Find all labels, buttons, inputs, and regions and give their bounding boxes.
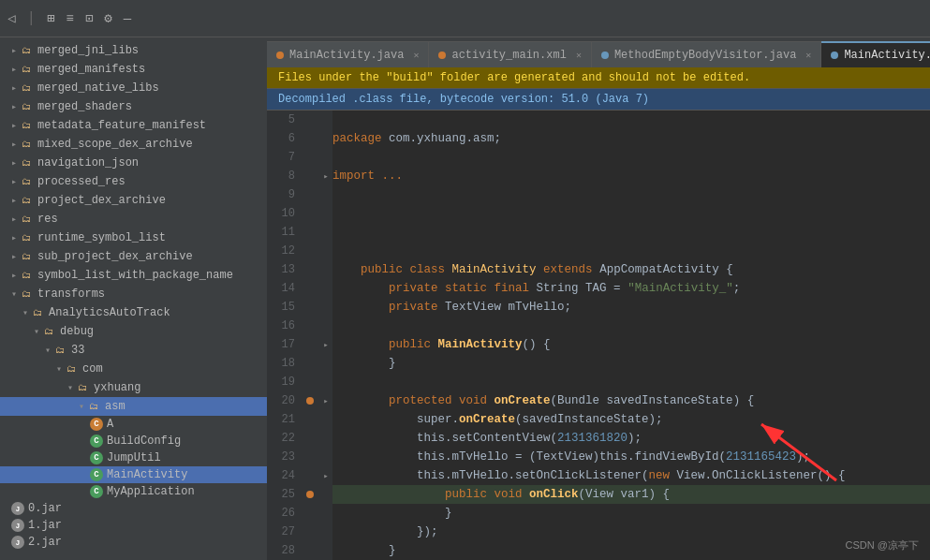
sidebar-item[interactable]: J0.jar	[0, 500, 267, 517]
editor-tab[interactable]: MainActivity.class✕	[821, 41, 930, 67]
sidebar-item[interactable]: ▾🗂AnalyticsAutoTrack	[0, 303, 267, 322]
tree-item-label: merged_native_libs	[37, 81, 159, 95]
folder-arrow: ▸	[11, 157, 17, 169]
folder-arrow: ▾	[79, 401, 84, 412]
sidebar-item[interactable]: CMyApplication	[0, 483, 267, 500]
code-line: this.setContentView(2131361820);	[332, 429, 930, 448]
code-line: this.mTvHello.setOnClickListener(new Vie…	[332, 466, 930, 485]
tree-item-label: 1.jar	[28, 519, 62, 532]
code-token: this.mTvHello.setOnClickListener(	[332, 466, 649, 485]
tree-item-label: 0.jar	[28, 502, 62, 515]
line-number: 22	[267, 429, 295, 448]
sidebar-item[interactable]: ▸🗂res	[0, 210, 267, 228]
breakpoint-marker[interactable]	[306, 397, 314, 405]
gutter-marker-row	[301, 185, 319, 204]
editor-tab[interactable]: MainActivity.java✕	[267, 41, 429, 67]
settings-icon[interactable]: ⚙	[104, 10, 111, 26]
folder-arrow: ▾	[45, 345, 51, 356]
code-token: onCreate	[459, 410, 515, 429]
sidebar-item[interactable]: ▸🗂runtime_symbol_list	[0, 228, 267, 247]
sidebar-item[interactable]: ▸🗂symbol_list_with_package_name	[0, 266, 267, 285]
tab-close-button[interactable]: ✕	[413, 50, 419, 61]
sidebar-item[interactable]: CA	[0, 416, 267, 433]
sidebar-item[interactable]: ▸🗂navigation_json	[0, 154, 267, 172]
layout-icon[interactable]: ≡	[66, 11, 73, 26]
folder-arrow: ▸	[11, 45, 17, 56]
editor-tab[interactable]: activity_main.xml✕	[429, 41, 591, 67]
view-icon[interactable]: ⊡	[85, 10, 93, 26]
folder-arrow: ▸	[11, 270, 17, 281]
sidebar-item[interactable]: CMainActivity	[0, 466, 267, 483]
sidebar-item[interactable]: ▸🗂metadata_feature_manifest	[0, 116, 267, 135]
decompile-info-banner: Decompiled .class file, bytecode version…	[267, 89, 930, 111]
tab-close-button[interactable]: ✕	[576, 50, 582, 61]
code-token: MainActivity	[452, 260, 537, 279]
tree-item-label: A	[107, 418, 113, 431]
gutter-marker-row	[301, 279, 319, 298]
sidebar-item[interactable]: CBuildConfig	[0, 433, 267, 449]
editor-area: MainActivity.java✕activity_main.xml✕Meth…	[267, 37, 930, 560]
folder-arrow: ▾	[34, 326, 39, 337]
menu-icon[interactable]: ⊞	[47, 10, 54, 26]
code-token: String TAG =	[529, 279, 627, 298]
tree-item-label: MyApplication	[107, 485, 195, 498]
code-line: private TextView mTvHello;	[332, 298, 930, 317]
line-number: 15	[267, 298, 295, 317]
tab-close-button[interactable]: ✕	[805, 50, 811, 61]
sidebar-item[interactable]: ▾🗂yxhuang	[0, 378, 267, 397]
sidebar-item[interactable]: ▾🗂asm	[0, 397, 267, 416]
sidebar-item[interactable]: ▸🗂project_dex_archive	[0, 191, 267, 210]
tab-label: activity_main.xml	[451, 49, 566, 62]
folder-arrow: ▸	[11, 64, 17, 75]
code-token	[431, 335, 438, 354]
fold-triangle-icon[interactable]: ▸	[323, 471, 328, 481]
gutter-marker-row	[301, 260, 319, 279]
folder-arrow: ▸	[11, 214, 17, 225]
sidebar-item[interactable]: ▸🗂processed_res	[0, 172, 267, 191]
class-badge: C	[90, 451, 103, 464]
breakpoint-marker[interactable]	[306, 491, 314, 498]
sidebar-item[interactable]: ▾🗂transforms	[0, 285, 267, 303]
code-token	[487, 279, 495, 298]
code-token: public	[389, 335, 431, 354]
editor-tab[interactable]: MethodEmptyBodyVisitor.java✕	[592, 41, 821, 67]
back-icon[interactable]: ◁	[7, 10, 15, 26]
code-token: () {	[523, 335, 551, 354]
tree-item-label: merged_manifests	[37, 63, 145, 76]
gutter-marker-row	[301, 148, 319, 167]
tree-item-label: metadata_feature_manifest	[37, 119, 206, 132]
gutter-marker-row	[301, 298, 319, 317]
code-token	[332, 260, 361, 279]
folder-icon: 🗂	[19, 43, 34, 58]
toolbar: ◁ | ⊞ ≡ ⊡ ⚙ —	[0, 0, 930, 37]
sidebar-item[interactable]: J1.jar	[0, 517, 267, 534]
gutter-marker-row	[301, 335, 319, 354]
sidebar-item[interactable]: ▾🗂com	[0, 360, 267, 378]
code-token	[452, 391, 460, 410]
sidebar-item[interactable]: ▸🗂merged_manifests	[0, 60, 267, 79]
sidebar-item[interactable]: CJumpUtil	[0, 449, 267, 466]
tab-type-dot	[276, 52, 284, 59]
fold-gutter-row: ▸	[319, 391, 332, 410]
gutter-marker-row	[301, 111, 319, 129]
code-line: }	[332, 504, 930, 523]
code-token: public	[445, 488, 487, 501]
tree-item-label: transforms	[37, 287, 105, 301]
code-token	[403, 260, 410, 279]
sidebar-item[interactable]: ▸🗂merged_native_libs	[0, 79, 267, 97]
sidebar-item[interactable]: J2.jar	[0, 534, 267, 551]
sidebar-item[interactable]: ▸🗂sub_project_dex_archive	[0, 247, 267, 266]
fold-triangle-icon[interactable]: ▸	[323, 340, 328, 350]
tabs-bar: MainActivity.java✕activity_main.xml✕Meth…	[267, 37, 930, 67]
code-token	[487, 488, 495, 501]
fold-triangle-icon[interactable]: ▸	[323, 171, 328, 182]
sidebar-item[interactable]: ▸🗂merged_shaders	[0, 97, 267, 116]
sidebar-item[interactable]: ▾🗂debug	[0, 322, 267, 341]
sidebar-item[interactable]: ▾🗂33	[0, 341, 267, 360]
sidebar-item[interactable]: ▸🗂merged_jni_libs	[0, 41, 267, 60]
minimize-icon[interactable]: —	[124, 11, 131, 26]
code-token: void	[459, 391, 487, 410]
fold-triangle-icon[interactable]: ▸	[323, 396, 328, 406]
line-number: 17	[267, 335, 295, 354]
sidebar-item[interactable]: ▸🗂mixed_scope_dex_archive	[0, 135, 267, 154]
